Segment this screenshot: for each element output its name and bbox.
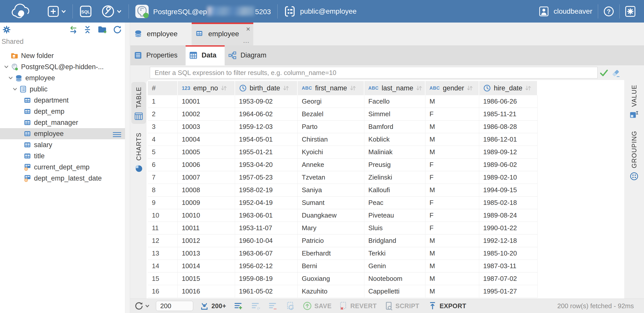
data-cell[interactable]: 1986-08-28 [479,121,538,133]
data-cell[interactable]: M [425,247,479,260]
data-cell[interactable]: 1953-09-02 [235,95,298,108]
data-cell[interactable]: 1985-02-18 [479,197,538,209]
refresh-results-button[interactable] [134,301,150,311]
data-cell[interactable]: M [425,133,479,146]
data-cell[interactable]: 10016 [178,285,235,298]
data-cell[interactable]: Bamford [364,121,425,133]
data-cell[interactable]: Anneke [298,159,364,171]
sort-icon[interactable] [283,85,289,91]
panel-tab-grouping[interactable]: GROUPING [630,128,639,183]
data-cell[interactable]: 1995-01-27 [479,285,538,298]
data-cell[interactable]: Preusig [364,159,425,171]
panel-tab-value[interactable]: VALUE [630,82,639,122]
add-row-button[interactable] [234,301,243,310]
fetch-more-button[interactable]: 200+ [200,301,226,310]
data-cell[interactable]: 1960-10-04 [235,234,298,247]
data-cell[interactable]: 10015 [178,272,235,285]
data-cell[interactable]: M [425,146,479,159]
data-cell[interactable]: Simmel [364,108,425,121]
data-cell[interactable]: Cappelletti [364,285,425,298]
data-cell[interactable]: M [425,260,479,272]
data-cell[interactable]: Peac [364,197,425,209]
data-cell[interactable]: F [425,171,479,184]
data-cell[interactable]: 10002 [178,108,235,121]
refresh-tree-icon[interactable] [113,25,122,34]
data-cell[interactable]: 1989-02-10 [479,171,538,184]
data-cell[interactable]: 10008 [178,184,235,197]
row-number-cell[interactable]: 11 [148,222,178,234]
revert-button[interactable]: REVERT [339,301,377,310]
data-cell[interactable]: Kalloufi [364,184,425,197]
tree-item-new-folder[interactable]: New folder [0,50,125,61]
sort-icon[interactable] [416,85,422,91]
tree-item-current-dept-emp[interactable]: current_dept_emp [0,162,125,173]
tree-item-dept-emp-latest-date[interactable]: dept_emp_latest_date [0,173,125,184]
tab-properties[interactable]: Properties [130,45,186,65]
data-cell[interactable]: 1989-06-02 [479,159,538,171]
delete-row-button[interactable] [268,301,277,310]
data-cell[interactable]: 1992-12-18 [479,234,538,247]
data-cell[interactable]: Eberhardt [298,247,364,260]
data-cell[interactable]: M [425,285,479,298]
tree-item-salary[interactable]: salary [0,139,125,150]
sort-icon[interactable] [467,85,473,91]
row-number-cell[interactable]: 9 [148,197,178,209]
data-cell[interactable]: 1963-06-07 [235,247,298,260]
row-number-cell[interactable]: 7 [148,171,178,184]
data-cell[interactable]: 1994-09-15 [479,184,538,197]
data-cell[interactable]: 1957-05-23 [235,171,298,184]
column-header-rownum[interactable]: # [148,81,178,95]
tab-data[interactable]: Data [186,45,225,65]
row-number-cell[interactable]: 16 [148,285,178,298]
refresh-document-button[interactable] [286,301,295,310]
data-cell[interactable]: Berni [298,260,364,272]
row-number-cell[interactable]: 8 [148,184,178,197]
data-cell[interactable]: Parto [298,121,364,133]
schema-selector[interactable]: public@employee [284,5,356,17]
data-cell[interactable]: Guoxiang [298,272,364,285]
data-cell[interactable]: Maliniak [364,146,425,159]
data-cell[interactable]: 1987-07-02 [479,272,538,285]
data-cell[interactable]: 1990-01-22 [479,222,538,234]
sort-icon[interactable] [525,85,531,91]
chevron-expanded-icon[interactable] [6,75,15,81]
tree-item-public[interactable]: public [0,84,125,95]
sidebar-settings-gear-icon[interactable] [2,25,11,34]
data-cell[interactable]: 1954-05-01 [235,133,298,146]
data-cell[interactable]: Piveteau [364,209,425,222]
export-button[interactable]: EXPORT [428,301,466,310]
new-folder-icon[interactable] [97,25,107,34]
data-cell[interactable]: 10011 [178,222,235,234]
data-cell[interactable]: Facello [364,95,425,108]
chevron-expanded-icon[interactable] [11,86,19,92]
sidebar-scrollbar[interactable] [125,23,130,313]
data-cell[interactable]: 1987-03-11 [479,260,538,272]
data-cell[interactable]: 1985-10-20 [479,247,538,260]
data-cell[interactable]: 1953-11-07 [235,222,298,234]
row-number-cell[interactable]: 1 [148,95,178,108]
cloudbeaver-logo-icon[interactable] [8,3,36,19]
data-cell[interactable]: Saniya [298,184,364,197]
data-cell[interactable]: 1963-06-01 [235,209,298,222]
row-number-cell[interactable]: 2 [148,108,178,121]
data-cell[interactable]: F [425,197,479,209]
data-cell[interactable]: M [425,272,479,285]
data-cell[interactable]: Bridgland [364,234,425,247]
column-header-hire_date[interactable]: hire_date [479,81,538,95]
data-cell[interactable]: Sumant [298,197,364,209]
row-number-cell[interactable]: 4 [148,133,178,146]
data-cell[interactable]: Tzvetan [298,171,364,184]
tree-item-employee[interactable]: employee [0,128,125,139]
data-cell[interactable]: F [425,209,479,222]
row-number-cell[interactable]: 6 [148,159,178,171]
column-header-gender[interactable]: ABCgender [425,81,479,95]
data-cell[interactable]: 10003 [178,121,235,133]
row-number-cell[interactable]: 15 [148,272,178,285]
data-cell[interactable]: 1959-08-19 [235,272,298,285]
data-cell[interactable]: 1955-01-21 [235,146,298,159]
row-number-cell[interactable]: 14 [148,260,178,272]
data-cell[interactable]: Kazuhito [298,285,364,298]
driver-manager-button[interactable] [101,5,122,18]
data-cell[interactable]: 1989-09-12 [479,146,538,159]
sort-icon[interactable] [221,85,227,91]
